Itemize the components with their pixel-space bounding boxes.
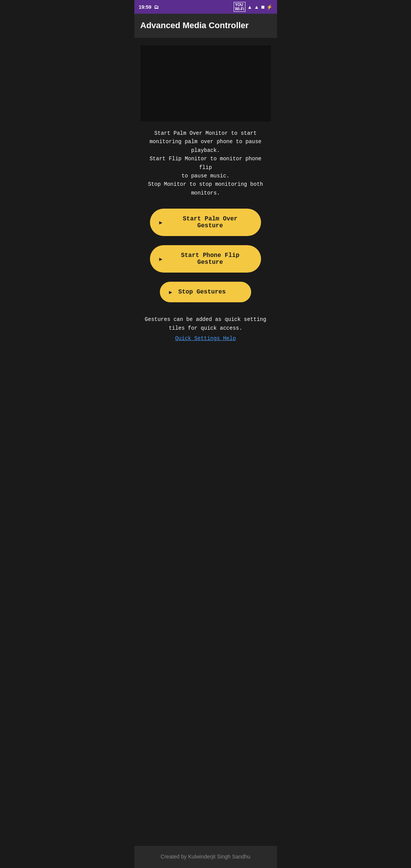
page-title: Advanced Media Controller bbox=[140, 21, 271, 30]
battery-icon: ⚡ bbox=[266, 4, 272, 10]
sim-icon: ◼ bbox=[261, 5, 264, 10]
quick-settings-note: Gestures can be added as quick setting t… bbox=[140, 315, 271, 332]
stop-gestures-label: Stop Gestures bbox=[178, 289, 226, 295]
play-icon-palm: ▶ bbox=[159, 219, 162, 226]
file-icon: 🗂 bbox=[154, 4, 159, 10]
status-left: 19:59 🗂 bbox=[139, 4, 159, 10]
play-icon-flip: ▶ bbox=[159, 256, 162, 262]
start-flip-label: Start Phone Flip Gesture bbox=[169, 252, 252, 266]
time-label: 19:59 bbox=[139, 4, 151, 10]
signal-icon: ▲ bbox=[254, 4, 259, 10]
footer: Created by Kulwinderjit Singh Sandhu bbox=[134, 846, 277, 868]
app-bar: Advanced Media Controller bbox=[134, 14, 277, 38]
youwifi-icon: YOUWi-Fi bbox=[234, 2, 245, 12]
quick-settings-link[interactable]: Quick Settings Help bbox=[175, 335, 236, 341]
play-icon-stop: ▶ bbox=[169, 289, 172, 295]
footer-text: Created by Kulwinderjit Singh Sandhu bbox=[161, 854, 250, 860]
start-palm-label: Start Palm Over Gesture bbox=[169, 215, 252, 229]
wifi-icon: ▲ bbox=[247, 4, 252, 10]
start-flip-gesture-button[interactable]: ▶ Start Phone Flip Gesture bbox=[150, 245, 261, 273]
start-palm-gesture-button[interactable]: ▶ Start Palm Over Gesture bbox=[150, 209, 261, 236]
status-right: YOUWi-Fi ▲ ▲ ◼ ⚡ bbox=[234, 2, 272, 12]
preview-area bbox=[140, 45, 271, 121]
main-content: Start Palm Over Monitor to start monitor… bbox=[134, 38, 277, 846]
status-bar: 19:59 🗂 YOUWi-Fi ▲ ▲ ◼ ⚡ bbox=[134, 0, 277, 14]
description-text: Start Palm Over Monitor to start monitor… bbox=[140, 129, 271, 197]
stop-gestures-button[interactable]: ▶ Stop Gestures bbox=[160, 282, 251, 302]
